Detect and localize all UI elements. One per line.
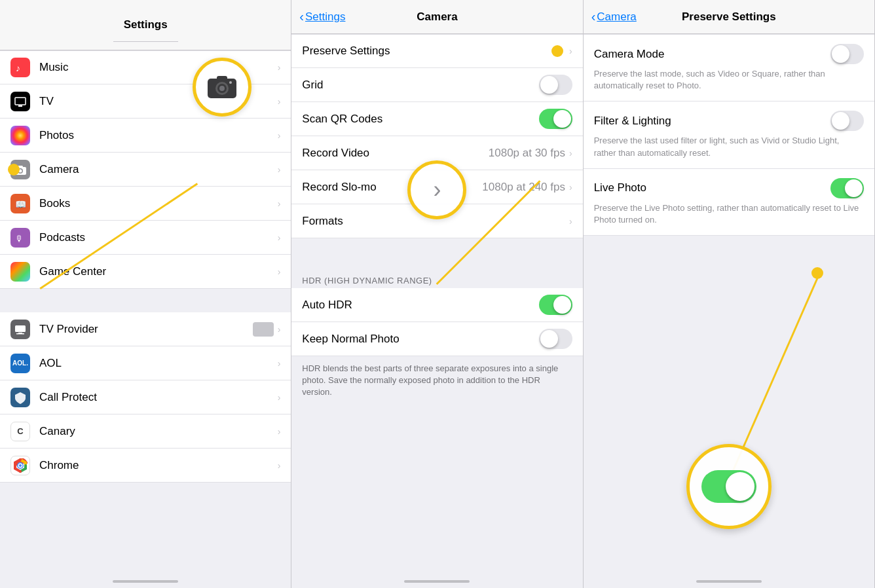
aol-icon: AOL.: [10, 354, 30, 373]
hdr-section-label: HDR (HIGH DYNAMIC RANGE): [291, 262, 582, 288]
canary-chevron: ›: [278, 426, 281, 437]
autohdr-toggle[interactable]: [539, 295, 572, 315]
svg-point-21: [219, 86, 225, 91]
settings-back-button[interactable]: ‹ Settings: [299, 9, 345, 24]
settings-row-aol[interactable]: AOL. AOL ›: [0, 346, 291, 380]
filterlighting-toggle-knob: [832, 112, 849, 130]
tv-chevron: ›: [278, 96, 281, 107]
tvprovider-label: TV Provider: [39, 323, 253, 336]
settings-row-gamecenter[interactable]: Game Center ›: [0, 255, 291, 289]
svg-text:♪: ♪: [16, 63, 20, 73]
chrome-icon: [10, 456, 30, 475]
settings-row-photos[interactable]: Photos ›: [0, 119, 291, 153]
svg-rect-6: [18, 166, 23, 168]
aol-label: AOL: [39, 357, 278, 370]
svg-point-5: [19, 169, 22, 172]
camera-nav-bar: ‹ Settings Camera: [291, 0, 582, 34]
svg-text:🎙: 🎙: [15, 234, 24, 244]
scanqr-toggle[interactable]: [539, 109, 572, 129]
camera-settings-list: Preserve Settings › Grid Scan QR Codes R…: [291, 34, 582, 588]
back-chevron-2-icon: ‹: [591, 9, 596, 24]
autohdr-toggle-knob: [553, 296, 571, 314]
camera-large-icon: [206, 71, 238, 103]
tv-icon: [10, 92, 30, 111]
recordvideo-value: 1080p at 30 fps: [489, 147, 565, 160]
camera-icon-annotation: [193, 58, 251, 117]
svg-rect-1: [15, 98, 26, 105]
settings-row-canary[interactable]: C Canary ›: [0, 414, 291, 449]
settings-row-camera[interactable]: Camera ›: [0, 153, 291, 187]
hdr-note: HDR blends the best parts of three separ…: [291, 356, 582, 405]
filterlighting-desc: Preserve the last used filter or light, …: [594, 135, 864, 158]
preserve-item-filterlighting: Filter & Lighting Preserve the last used…: [584, 101, 874, 168]
preserve-chevron: ›: [569, 46, 572, 56]
camera-title: Camera: [417, 10, 457, 24]
back-chevron-icon: ‹: [299, 9, 304, 24]
camera-icon: [10, 160, 30, 179]
photos-icon: [10, 126, 30, 145]
svg-rect-11: [16, 333, 24, 335]
books-label: Books: [39, 197, 278, 210]
recordvideo-label: Record Video: [302, 147, 488, 160]
preserve-item-livephoto: Live Photo Preserve the Live Photo setti…: [584, 169, 874, 236]
camera-chevron: ›: [278, 164, 281, 175]
music-icon: ♪: [10, 58, 30, 77]
livephoto-toggle[interactable]: [830, 178, 864, 198]
chevron-annotation-circle: ›: [407, 160, 466, 219]
livephoto-annotation-dot: [811, 267, 823, 279]
recordslomo-chevron: ›: [569, 182, 572, 193]
tvprovider-chevron: ›: [278, 324, 281, 335]
camera-back-button[interactable]: ‹ Camera: [591, 9, 637, 24]
chevron-large-icon: ›: [433, 176, 441, 204]
cameramode-toggle[interactable]: [830, 44, 864, 64]
settings-row-chrome[interactable]: Chrome ›: [0, 449, 291, 483]
svg-point-17: [19, 464, 22, 467]
back-label: Settings: [305, 10, 345, 24]
settings-row-tvprovider[interactable]: TV Provider ›: [0, 312, 291, 346]
chrome-label: Chrome: [39, 459, 278, 472]
autohdr-label: Auto HDR: [302, 299, 538, 312]
camera-panel: ‹ Settings Camera Preserve Settings › Gr…: [291, 0, 583, 588]
preserve-title: Preserve Settings: [682, 10, 776, 24]
camera-row-preserve[interactable]: Preserve Settings ›: [291, 34, 582, 68]
hdr-section-spacer: [291, 238, 582, 262]
settings-row-callprotect[interactable]: Call Protect ›: [0, 380, 291, 414]
cameramode-toggle-knob: [832, 45, 849, 63]
bottom-indicator: [113, 580, 178, 583]
camera-row-autohdr[interactable]: Auto HDR: [291, 288, 582, 322]
gamecenter-icon: [10, 262, 30, 282]
preserve-label: Preserve Settings: [302, 45, 569, 58]
camera-row-grid[interactable]: Grid: [291, 68, 582, 102]
settings-row-podcasts[interactable]: 🎙 Podcasts ›: [0, 221, 291, 255]
aol-chevron: ›: [278, 358, 281, 369]
svg-rect-22: [217, 76, 227, 81]
settings-row-books[interactable]: 📖 Books ›: [0, 187, 291, 221]
camera-label: Camera: [39, 163, 278, 176]
podcasts-label: Podcasts: [39, 231, 278, 244]
zoomed-livephoto-toggle: [701, 470, 756, 503]
bottom-spacer: [0, 483, 291, 496]
livephoto-label: Live Photo: [594, 181, 830, 194]
grid-toggle-knob: [540, 76, 558, 94]
svg-point-23: [229, 81, 232, 84]
settings-list: ♪ Music › TV › Photos ›: [0, 50, 291, 588]
svg-rect-9: [15, 325, 26, 332]
camera-row-scanqr[interactable]: Scan QR Codes: [291, 102, 582, 136]
callprotect-icon: [10, 388, 30, 407]
camera-row-keepnormal[interactable]: Keep Normal Photo: [291, 322, 582, 356]
canary-label: Canary: [39, 425, 278, 438]
recordslomo-value: 1080p at 240 fps: [482, 181, 565, 194]
tvprovider-icon: [10, 320, 30, 339]
grid-toggle[interactable]: [539, 75, 572, 95]
livephoto-desc: Preserve the Live Photo setting, rather …: [594, 202, 864, 226]
music-chevron: ›: [278, 62, 281, 73]
callprotect-label: Call Protect: [39, 391, 278, 404]
zoomed-livephoto-toggle-knob: [726, 472, 754, 501]
filterlighting-toggle[interactable]: [830, 111, 864, 131]
keepnormal-toggle[interactable]: [539, 329, 572, 349]
callprotect-chevron: ›: [278, 392, 281, 403]
scanqr-label: Scan QR Codes: [302, 113, 538, 126]
grid-label: Grid: [302, 79, 538, 92]
tvprovider-badge: [253, 322, 274, 337]
canary-icon: C: [10, 422, 30, 441]
